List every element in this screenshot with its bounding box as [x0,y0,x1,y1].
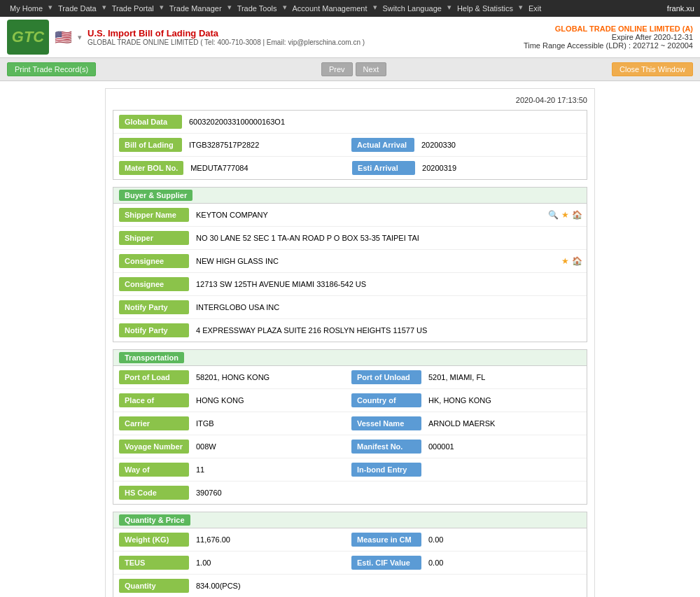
way-of-value: 11 [190,463,350,477]
esti-cif-value: 0.00 [423,556,582,570]
nav-help-statistics[interactable]: Help & Statistics [453,3,517,14]
header-right: GLOBAL TRADE ONLINE LIMITED (A) Expire A… [524,24,693,50]
consignee-label: Consignee [119,254,189,268]
nav-trade-manager[interactable]: Trade Manager [165,3,226,14]
consignee-star-icon[interactable]: ★ [561,256,569,266]
notify-party-label: Notify Party [119,300,189,314]
shipper-label: Shipper [119,231,189,245]
transportation-header: Transportation [113,350,587,366]
username: frank.xu [667,4,694,13]
top-navigation: My Home ▾ Trade Data ▾ Trade Portal ▾ Tr… [0,0,700,17]
transportation-section: Transportation Port of Load 58201, HONG … [113,349,587,505]
nav-trade-data[interactable]: Trade Data [54,3,101,14]
voyage-number-value: 008W [190,440,350,454]
close-button-top[interactable]: Close This Window [612,62,693,76]
record-date: 2020-04-20 17:13:50 [113,96,587,104]
shipper-name-label: Shipper Name [119,208,189,222]
teus-label: TEUS [119,556,189,570]
nav-exit[interactable]: Exit [524,3,545,14]
buyer-supplier-header: Buyer & Supplier [113,188,587,204]
shipper-icons: 🔍 ★ 🏠 [548,210,582,220]
teus-value: 1.00 [190,556,350,570]
star-icon[interactable]: ★ [561,210,569,220]
voyage-number-label: Voyage Number [119,440,189,454]
quantity-price-header: Quantity & Price [113,512,587,528]
consignee-icons: ★ 🏠 [561,256,582,266]
company-contact: GLOBAL TRADE ONLINE LIMITED ( Tel: 400-7… [88,38,365,46]
consignee-name-value: NEW HIGH GLASS INC [190,254,556,268]
country-of-label: Country of [351,393,421,407]
actual-arrival-value: 20200330 [416,138,582,152]
port-of-unload-label: Port of Unload [351,370,421,384]
quantity-price-section: Quantity & Price Weight (KG) 11,676.00 M… [113,512,587,597]
quantity-price-label: Quantity & Price [119,514,190,526]
search-icon[interactable]: 🔍 [548,210,559,220]
quantity-value: 834.00(PCS) [190,579,582,593]
notify-party-addr-label: Notify Party [119,323,189,337]
content-wrapper: 2020-04-20 17:13:50 Global Data 60032020… [105,88,595,597]
hs-code-value: 390760 [190,486,582,500]
quantity-label: Quantity [119,579,189,593]
buyer-supplier-section: Buyer & Supplier Shipper Name KEYTON COM… [113,187,587,342]
place-of-label: Place of [119,393,189,407]
transportation-label: Transportation [119,352,184,363]
esti-arrival-value: 20200319 [416,161,582,175]
vessel-name-label: Vessel Name [351,416,421,430]
top-toolbar: Print Trade Record(s) Prev Next Close Th… [0,58,700,81]
weight-kg-value: 11,676.00 [190,533,350,547]
buyer-supplier-label: Buyer & Supplier [119,190,192,201]
in-bond-entry-value [423,467,582,472]
global-data-label: Global Data [119,115,182,129]
global-data-section: Global Data 60032020033100000163O1 Bill … [113,110,587,180]
bill-of-lading-label: Bill of Lading [119,138,182,152]
logo: GTC [7,20,49,55]
account-range: Time Range Accessible (LDR) : 202712 ~ 2… [524,41,693,50]
shipper-value: NO 30 LANE 52 SEC 1 TA-AN ROAD P O BOX 5… [190,231,582,245]
vessel-name-value: ARNOLD MAERSK [423,416,582,430]
port-of-unload-value: 5201, MIAMI, FL [423,370,582,384]
flag-icon: 🇺🇸 [55,29,72,45]
esti-arrival-label: Esti Arrival [352,161,415,175]
consignee-home-icon[interactable]: 🏠 [572,256,582,266]
measure-in-cm-value: 0.00 [423,533,582,547]
country-of-value: HK, HONG KONG [423,393,582,407]
way-of-label: Way of [119,463,189,477]
home-icon[interactable]: 🏠 [572,210,582,220]
print-button-top[interactable]: Print Trade Record(s) [7,62,96,76]
notify-party-addr-value: 4 EXPRESSWAY PLAZA SUITE 216 ROSLYN HEIG… [190,323,582,337]
measure-in-cm-label: Measure in CM [351,533,421,547]
mater-bol-label: Mater BOL No. [119,161,183,175]
notify-party-name-value: INTERGLOBO USA INC [190,300,582,314]
header-left: GTC 🇺🇸 ▾ U.S. Import Bill of Lading Data… [7,20,365,55]
page-title: U.S. Import Bill of Lading Data [88,28,365,38]
manifest-no-label: Manifest No. [351,440,421,454]
prev-button-top[interactable]: Prev [321,62,353,76]
place-of-value: HONG KONG [190,393,350,407]
nav-my-home[interactable]: My Home [6,3,47,14]
account-company: GLOBAL TRADE ONLINE LIMITED (A) [524,24,693,33]
nav-menu: My Home ▾ Trade Data ▾ Trade Portal ▾ Tr… [6,3,545,14]
hs-code-label: HS Code [119,486,189,500]
logo-icon: GTC [7,20,49,55]
account-expire: Expire After 2020-12-31 [524,33,693,41]
manifest-no-value: 000001 [423,440,582,454]
nav-switch-language[interactable]: Switch Language [379,3,446,14]
flag-dropdown[interactable]: ▾ [78,33,82,42]
header-company: U.S. Import Bill of Lading Data GLOBAL T… [88,28,365,46]
pagination-top: Prev Next [321,62,386,76]
main-content: 2020-04-20 17:13:50 Global Data 60032020… [0,81,700,597]
weight-kg-label: Weight (KG) [119,533,189,547]
carrier-label: Carrier [119,416,189,430]
port-of-load-label: Port of Load [119,370,189,384]
actual-arrival-label: Actual Arrival [351,138,414,152]
global-data-value: 60032020033100000163O1 [183,115,582,129]
nav-account-management[interactable]: Account Management [288,3,372,14]
consignee-addr-label: Consignee [119,277,189,291]
nav-trade-tools[interactable]: Trade Tools [233,3,281,14]
bill-of-lading-value: ITGB3287517P2822 [183,138,350,152]
carrier-value: ITGB [190,416,350,430]
nav-trade-portal[interactable]: Trade Portal [108,3,158,14]
header: GTC 🇺🇸 ▾ U.S. Import Bill of Lading Data… [0,17,700,58]
next-button-top[interactable]: Next [356,62,387,76]
esti-cif-label: Esti. CIF Value [351,556,421,570]
